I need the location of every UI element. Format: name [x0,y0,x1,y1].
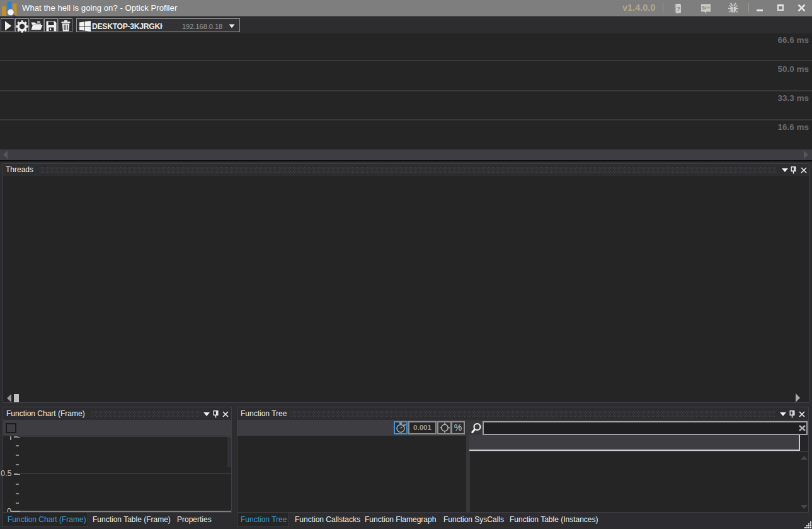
svg-text:?: ? [677,6,680,12]
svg-text:$#!+: $#!+ [702,6,710,11]
